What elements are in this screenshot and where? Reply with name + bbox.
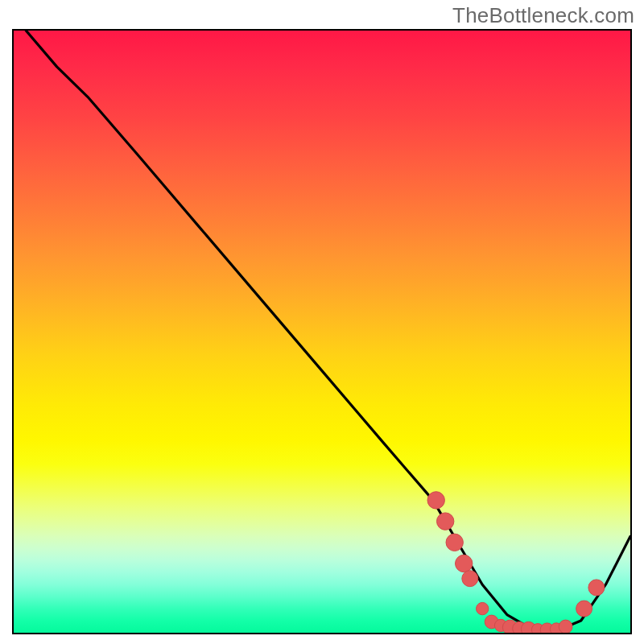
curve-marker — [427, 492, 444, 509]
chart-stage: TheBottleneck.com — [0, 0, 644, 644]
watermark-text: TheBottleneck.com — [452, 3, 634, 28]
chart-svg — [14, 31, 630, 633]
curve-marker — [588, 580, 605, 596]
plot-area — [12, 29, 632, 634]
curve-marker — [477, 602, 489, 614]
curve-marker — [437, 513, 454, 530]
bottleneck-curve — [26, 31, 630, 631]
curve-marker — [462, 571, 478, 587]
curve-marker — [446, 534, 463, 551]
curve-marker — [559, 620, 572, 633]
curve-markers — [427, 492, 605, 633]
curve-marker — [576, 601, 592, 617]
curve-marker — [456, 555, 473, 572]
